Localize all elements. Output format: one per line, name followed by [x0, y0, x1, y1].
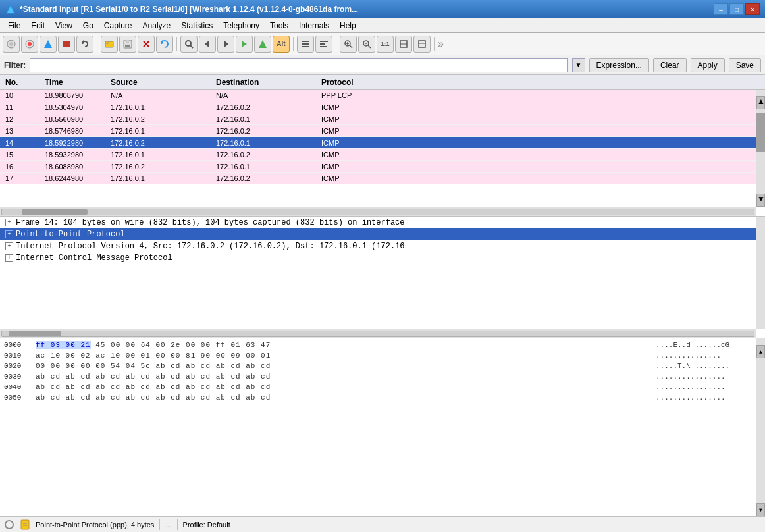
cell-time: 18.5560980 [42, 115, 108, 123]
toolbar-find[interactable] [180, 36, 198, 53]
svg-rect-22 [302, 41, 309, 42]
toolbar-restart[interactable] [76, 36, 93, 53]
separator-1 [97, 37, 97, 51]
expand-icon[interactable]: + [5, 254, 13, 262]
cell-time: 18.6088980 [42, 163, 108, 171]
hex-panel: 0000 ff 03 00 21 45 00 00 64 00 2e 00 00… [0, 338, 765, 516]
toolbar-capture-stop[interactable] [21, 36, 38, 53]
toolbar-detail-view[interactable] [315, 36, 332, 53]
table-row[interactable]: 14 18.5922980 172.16.0.2 172.16.0.1 ICMP [0, 137, 765, 149]
cell-protocol: ICMP [319, 174, 384, 182]
status-file-icon [20, 519, 30, 530]
list-item[interactable]: +Point-to-Point Protocol [0, 228, 765, 240]
toolbar-back[interactable] [199, 36, 216, 53]
menu-go[interactable]: Go [78, 20, 99, 32]
toolbar-list-view[interactable] [297, 36, 314, 53]
menu-help[interactable]: Help [334, 20, 361, 32]
menu-capture[interactable]: Capture [99, 20, 138, 32]
toolbar-capture-start[interactable] [3, 36, 20, 53]
toolbar-shark[interactable] [40, 36, 57, 53]
toolbar-resize[interactable] [395, 36, 412, 53]
menu-internals[interactable]: Internals [294, 20, 334, 32]
svg-line-31 [350, 45, 352, 48]
toolbar-save[interactable] [119, 36, 136, 53]
filter-input[interactable] [30, 58, 567, 72]
apply-button[interactable]: Apply [691, 58, 725, 72]
cell-protocol: PPP LCP [319, 92, 384, 99]
minimize-button[interactable]: – [714, 3, 728, 15]
toolbar-reload[interactable] [156, 36, 173, 53]
detail-scrollbar-v[interactable] [756, 217, 765, 329]
packet-list-container: No. Time Source Destination Protocol 10 … [0, 75, 765, 217]
hex-bytes: ab cd ab cd ab cd ab cd ab cd ab cd ab c… [36, 383, 648, 391]
menu-file[interactable]: File [3, 20, 26, 32]
toolbar-stop[interactable] [58, 36, 75, 53]
hex-ascii: ....E..d ......cG [656, 341, 761, 349]
list-item[interactable]: +Internet Protocol Version 4, Src: 172.1… [0, 240, 765, 252]
status-right-text: Profile: Default [183, 521, 230, 529]
toolbar-forward[interactable] [217, 36, 234, 53]
svg-marker-21 [259, 40, 267, 48]
table-row[interactable]: 12 18.5560980 172.16.0.2 172.16.0.1 ICMP [0, 113, 765, 125]
toolbar-info[interactable] [413, 36, 431, 53]
expand-icon[interactable]: + [5, 230, 13, 238]
hex-offset: 0020 [4, 362, 28, 370]
list-item[interactable]: +Internet Control Message Protocol [0, 252, 765, 264]
menu-tools[interactable]: Tools [265, 20, 294, 32]
cell-source: 172.16.0.2 [108, 163, 213, 171]
toolbar-alt[interactable]: Alt [273, 36, 290, 53]
cell-protocol: ICMP [319, 139, 384, 147]
table-row[interactable]: 17 18.6244980 172.16.0.1 172.16.0.2 ICMP [0, 173, 765, 184]
menu-view[interactable]: View [50, 20, 78, 32]
save-button[interactable]: Save [729, 58, 761, 72]
toolbar-zoom-out[interactable] [358, 36, 375, 53]
expand-icon[interactable]: + [5, 219, 13, 226]
expression-button[interactable]: Expression... [589, 58, 649, 72]
toolbar-colorize[interactable] [254, 36, 271, 53]
filter-dropdown[interactable]: ▼ [572, 58, 585, 72]
table-row[interactable]: 16 18.6088980 172.16.0.2 172.16.0.1 ICMP [0, 161, 765, 173]
hex-bytes: 00 00 00 00 00 54 04 5c ab cd ab cd ab c… [36, 362, 648, 370]
hex-scroll-btn-down[interactable]: ▼ [756, 503, 765, 516]
detail-row-text: Internet Protocol Version 4, Src: 172.16… [16, 242, 405, 251]
clear-button[interactable]: Clear [653, 58, 687, 72]
list-item: 0020 00 00 00 00 00 54 04 5c ab cd ab cd… [4, 361, 761, 371]
hex-scroll-btn-up[interactable]: ▲ [756, 345, 765, 358]
packet-scrollbar-h[interactable] [0, 207, 756, 216]
toolbar-close[interactable] [138, 36, 155, 53]
toolbar-zoom-in[interactable] [340, 36, 357, 53]
packet-scrollbar-v[interactable]: ▲ ▼ [756, 90, 765, 207]
maximize-button[interactable]: □ [729, 3, 744, 15]
col-header-destination: Destination [213, 78, 319, 87]
toolbar-zoom-normal[interactable]: 1:1 [377, 36, 394, 53]
table-row[interactable]: 11 18.5304970 172.16.0.1 172.16.0.2 ICMP [0, 101, 765, 113]
svg-rect-23 [302, 43, 309, 45]
svg-point-16 [186, 41, 191, 46]
table-row[interactable]: 10 18.9808790 N/A N/A PPP LCP [0, 90, 765, 101]
toolbar-go[interactable] [236, 36, 253, 53]
svg-rect-11 [125, 45, 130, 47]
menu-telephony[interactable]: Telephony [218, 20, 265, 32]
menu-edit[interactable]: Edit [26, 20, 50, 32]
scrollbar-btn-down[interactable]: ▼ [756, 194, 765, 207]
expand-icon[interactable]: + [5, 242, 13, 250]
table-row[interactable]: 13 18.5746980 172.16.0.1 172.16.0.2 ICMP [0, 125, 765, 137]
main-container: File Edit View Go Capture Analyze Statis… [0, 18, 765, 532]
list-item[interactable]: +Frame 14: 104 bytes on wire (832 bits),… [0, 217, 765, 228]
svg-rect-24 [302, 46, 309, 47]
scrollbar-btn-up[interactable]: ▲ [756, 96, 765, 109]
svg-rect-40 [21, 520, 29, 529]
toolbar-open[interactable] [101, 36, 118, 53]
cell-no: 14 [3, 139, 42, 147]
hex-scrollbar-v[interactable]: ▲ ▼ [756, 338, 765, 516]
toolbar-more[interactable]: » [438, 38, 444, 50]
status-middle-text: ... [165, 521, 171, 529]
menu-analyze[interactable]: Analyze [138, 20, 176, 32]
cell-destination: 172.16.0.2 [213, 103, 319, 111]
menu-statistics[interactable]: Statistics [176, 20, 218, 32]
close-button[interactable]: ✕ [745, 3, 760, 15]
detail-scrollbar-h[interactable] [0, 329, 756, 338]
table-row[interactable]: 15 18.5932980 172.16.0.1 172.16.0.2 ICMP [0, 149, 765, 161]
scrollbar-thumb-v [756, 113, 765, 152]
cell-source: 172.16.0.2 [108, 115, 213, 123]
